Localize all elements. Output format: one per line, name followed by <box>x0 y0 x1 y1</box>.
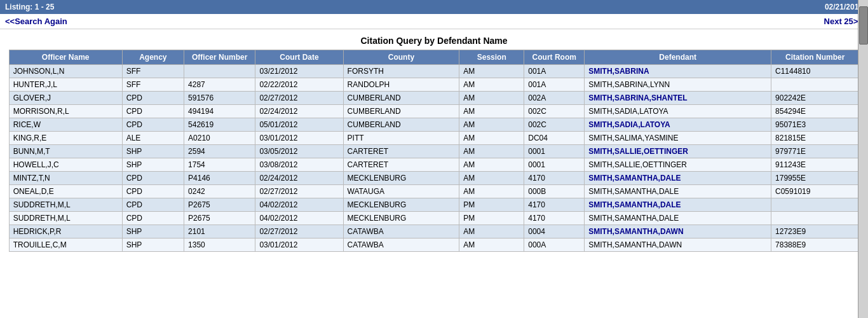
cell-court-date: 02/24/2012 <box>255 172 343 185</box>
cell-officer: TROUILLE,C,M <box>9 238 122 252</box>
defendant-link[interactable]: SMITH,SABRINA <box>588 67 649 76</box>
table-row: KING,R,EALEA021003/01/2012PITTAMDC04SMIT… <box>9 132 859 145</box>
cell-court-date: 02/27/2012 <box>255 225 343 238</box>
date-info: 02/21/2012 <box>825 3 863 11</box>
cell-court-room: 000A <box>524 238 585 252</box>
cell-court-room: 0001 <box>524 158 585 172</box>
col-header-agency: Agency <box>122 50 184 65</box>
cell-session: AM <box>459 92 524 105</box>
cell-session: AM <box>459 185 524 198</box>
cell-agency: CPD <box>122 92 184 105</box>
cell-agency: CPD <box>122 172 184 185</box>
cell-defendant[interactable]: SMITH,SADIA,LATOYA <box>585 118 771 132</box>
cell-officer: RICE,W <box>9 118 122 132</box>
cell-defendant: SMITH,SAMANTHA,DALE <box>585 212 771 225</box>
cell-court-room: 002C <box>524 105 585 118</box>
cell-citation: C0591019 <box>771 185 859 198</box>
search-again-link[interactable]: <<Search Again <box>5 17 67 26</box>
cell-defendant[interactable]: SMITH,SABRINA,SHANTEL <box>585 92 771 105</box>
table-row: BUNN,M,TSHP259403/05/2012CARTERETAM0001S… <box>9 145 859 158</box>
cell-defendant: SMITH,SABRINA,LYNN <box>585 78 771 92</box>
cell-session: AM <box>459 132 524 145</box>
cell-court-date: 02/27/2012 <box>255 185 343 198</box>
cell-county: CARTERET <box>343 158 459 172</box>
cell-defendant[interactable]: SMITH,SAMANTHA,DALE <box>585 172 771 185</box>
defendant-link[interactable]: SMITH,SAMANTHA,DALE <box>588 174 681 183</box>
cell-session: AM <box>459 65 524 78</box>
cell-court-room: 000B <box>524 185 585 198</box>
defendant-link[interactable]: SMITH,SAMANTHA,DALE <box>588 200 681 209</box>
cell-court-date: 05/01/2012 <box>255 118 343 132</box>
cell-citation: 854294E <box>771 105 859 118</box>
cell-agency: CPD <box>122 212 184 225</box>
cell-session: AM <box>459 145 524 158</box>
listing-info: Listing: 1 - 25 <box>5 3 54 11</box>
cell-officer: BUNN,M,T <box>9 145 122 158</box>
cell-citation: 979771E <box>771 145 859 158</box>
cell-officer: JOHNSON,L,N <box>9 65 122 78</box>
cell-county: CATAWBA <box>343 238 459 252</box>
col-header-defendant: Defendant <box>585 50 771 65</box>
cell-county: CATAWBA <box>343 225 459 238</box>
table-row: HEDRICK,P,RSHP210102/27/2012CATAWBAAM000… <box>9 225 859 238</box>
cell-agency: CPD <box>122 198 184 212</box>
cell-session: PM <box>459 212 524 225</box>
cell-citation: 12723E9 <box>771 225 859 238</box>
col-header-session: Session <box>459 50 524 65</box>
col-header-court-date: Court Date <box>255 50 343 65</box>
cell-defendant[interactable]: SMITH,SAMANTHA,DALE <box>585 198 771 212</box>
cell-county: MECKLENBURG <box>343 212 459 225</box>
defendant-link[interactable]: SMITH,SAMANTHA,DAWN <box>588 227 683 236</box>
cell-county: FORSYTH <box>343 65 459 78</box>
col-header-officer: Officer Name <box>9 50 122 65</box>
cell-county: MECKLENBURG <box>343 172 459 185</box>
cell-officer: KING,R,E <box>9 132 122 145</box>
cell-agency: SFF <box>122 78 184 92</box>
cell-court-date: 03/08/2012 <box>255 158 343 172</box>
cell-citation <box>771 78 859 92</box>
cell-defendant[interactable]: SMITH,SAMANTHA,DAWN <box>585 225 771 238</box>
table-row: HUNTER,J,LSFF428702/22/2012RANDOLPHAM001… <box>9 78 859 92</box>
defendant-link[interactable]: SMITH,SALLIE,OETTINGER <box>588 147 688 156</box>
cell-court-date: 02/22/2012 <box>255 78 343 92</box>
cell-court-date: 02/24/2012 <box>255 105 343 118</box>
table-row: GLOVER,JCPD59157602/27/2012CUMBERLANDAM0… <box>9 92 859 105</box>
cell-county: CUMBERLAND <box>343 92 459 105</box>
cell-officer-num: 591576 <box>184 92 255 105</box>
scrollbar-thumb[interactable] <box>859 6 868 45</box>
cell-court-room: 002C <box>524 118 585 132</box>
cell-session: AM <box>459 158 524 172</box>
cell-defendant[interactable]: SMITH,SABRINA <box>585 65 771 78</box>
col-header-court-room: Court Room <box>524 50 585 65</box>
table-row: JOHNSON,L,NSFF03/21/2012FORSYTHAM001ASMI… <box>9 65 859 78</box>
cell-defendant: SMITH,SAMANTHA,DALE <box>585 185 771 198</box>
cell-court-room: 001A <box>524 78 585 92</box>
table-row: SUDDRETH,M,LCPDP267504/02/2012MECKLENBUR… <box>9 212 859 225</box>
table-body: JOHNSON,L,NSFF03/21/2012FORSYTHAM001ASMI… <box>9 65 859 252</box>
table-row: TROUILLE,C,MSHP135003/01/2012CATAWBAAM00… <box>9 238 859 252</box>
cell-agency: SHP <box>122 225 184 238</box>
cell-court-room: 0001 <box>524 145 585 158</box>
cell-officer: MORRISON,R,L <box>9 105 122 118</box>
table-row: HOWELL,J,CSHP175403/08/2012CARTERETAM000… <box>9 158 859 172</box>
cell-court-room: 4170 <box>524 212 585 225</box>
cell-county: MECKLENBURG <box>343 198 459 212</box>
cell-court-room: DC04 <box>524 132 585 145</box>
cell-defendant: SMITH,SALLIE,OETTINGER <box>585 158 771 172</box>
col-header-citation: Citation Number <box>771 50 859 65</box>
cell-officer: HOWELL,J,C <box>9 158 122 172</box>
cell-officer: SUDDRETH,M,L <box>9 212 122 225</box>
cell-county: PITT <box>343 132 459 145</box>
cell-officer-num: P2675 <box>184 212 255 225</box>
cell-officer-num: 2101 <box>184 225 255 238</box>
cell-defendant[interactable]: SMITH,SALLIE,OETTINGER <box>585 145 771 158</box>
cell-officer: SUDDRETH,M,L <box>9 198 122 212</box>
scrollbar[interactable] <box>858 0 868 252</box>
defendant-link[interactable]: SMITH,SADIA,LATOYA <box>588 120 670 129</box>
cell-officer-num: 542619 <box>184 118 255 132</box>
cell-agency: SFF <box>122 65 184 78</box>
next-25-link[interactable]: Next 25>> <box>824 17 863 26</box>
cell-court-date: 03/01/2012 <box>255 132 343 145</box>
defendant-link[interactable]: SMITH,SABRINA,SHANTEL <box>588 93 687 102</box>
cell-officer: ONEAL,D,E <box>9 185 122 198</box>
